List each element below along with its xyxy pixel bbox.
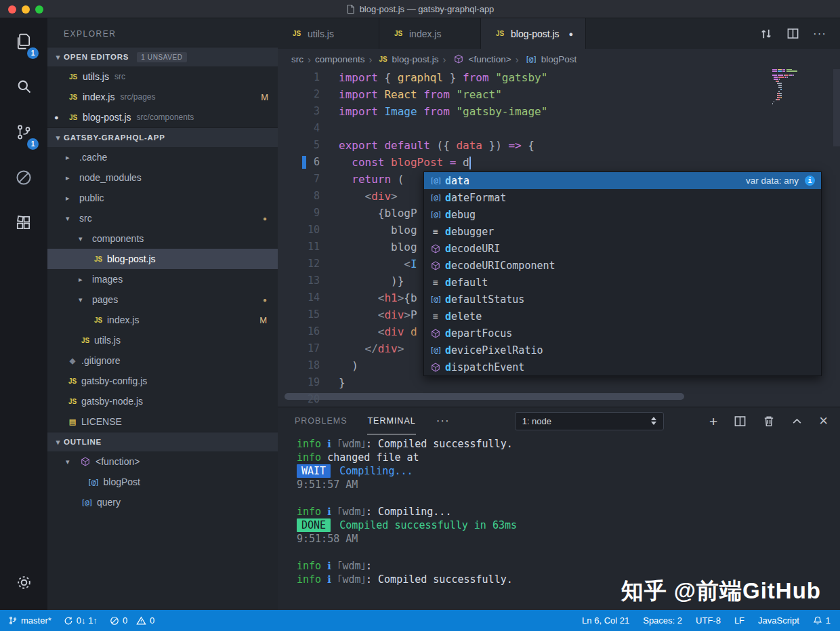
panel-more-icon[interactable]: ···	[436, 414, 450, 428]
tab-blog-post-js[interactable]: JSblog-post.js●	[481, 18, 586, 49]
tree-item-cache[interactable]: ▸.cache	[47, 147, 278, 167]
window-title: blog-post.js — gatsby-graphql-app	[360, 4, 495, 14]
encoding-item[interactable]: UTF-8	[696, 615, 721, 626]
code-line-4[interactable]: 4	[278, 120, 840, 137]
terminal-line: info ℹ ｢wdm｣: Compiling...	[297, 505, 840, 518]
breadcrumb-item-blog-post-js[interactable]: JSblog-post.js	[377, 54, 439, 64]
tree-item-images[interactable]: ▸images	[47, 269, 278, 289]
suggestion-debugger[interactable]: ≡debugger	[424, 223, 821, 240]
close-panel-button[interactable]: ×	[819, 413, 828, 428]
open-editors-header[interactable]: ▾ OPEN EDITORS 1 UNSAVED	[47, 47, 278, 66]
zoom-window-button[interactable]	[35, 5, 43, 14]
tree-item-src[interactable]: ▾src●	[47, 208, 278, 228]
tab-terminal[interactable]: TERMINAL	[367, 407, 415, 434]
git-branch-item[interactable]: master*	[8, 615, 51, 626]
terminal-text: info	[297, 438, 321, 450]
suggestion-defaultstatus[interactable]: [@]defaultStatus	[424, 291, 821, 308]
project-header[interactable]: ▾ GATSBY-GRAPHQL-APP	[47, 127, 278, 147]
tree-item-license[interactable]: ▤LICENSE	[47, 411, 278, 432]
code-line-19[interactable]: 19}	[278, 374, 840, 391]
status-left: master* 0↓ 1↑ 0 0	[0, 615, 154, 626]
problems-item[interactable]: 0 0	[110, 615, 154, 626]
source-control-view-button[interactable]: 1	[0, 109, 47, 155]
sync-item[interactable]: 0↓ 1↑	[64, 615, 98, 626]
compare-changes-icon[interactable]	[759, 27, 773, 41]
tree-item-pages[interactable]: ▾pages●	[47, 289, 278, 310]
vertical-scrollbar[interactable]	[833, 69, 840, 146]
terminal-select[interactable]: 1: node	[515, 412, 664, 430]
variable-icon: [@]	[427, 346, 444, 354]
explorer-view-button[interactable]: 1	[0, 18, 47, 64]
kill-terminal-button[interactable]	[763, 415, 775, 428]
item-label: components	[92, 233, 144, 244]
code-editor[interactable]: 1import { graphql } from "gatsby"2import…	[278, 69, 840, 407]
settings-button[interactable]	[0, 565, 47, 599]
split-editor-icon[interactable]	[786, 27, 799, 40]
debug-view-button[interactable]	[0, 155, 47, 200]
tab-index-js[interactable]: JSindex.js	[379, 18, 481, 49]
suggestion-delete[interactable]: ≡delete	[424, 308, 821, 325]
search-view-button[interactable]	[0, 64, 47, 109]
js-file-icon: JS	[392, 30, 405, 37]
open-editor-utils-js[interactable]: JSutils.jssrc	[47, 66, 278, 87]
info-icon[interactable]: i	[805, 176, 815, 186]
suggestion-default[interactable]: ≡default	[424, 274, 821, 291]
tree-item-blog-post-js[interactable]: JSblog-post.js	[47, 249, 278, 269]
suggestion-dateformat[interactable]: [@]dateFormat	[424, 189, 821, 206]
code-line-3[interactable]: 3import Image from "gatsby-image"	[278, 103, 840, 120]
breadcrumb-item-blogpost[interactable]: [@]blogPost	[523, 54, 577, 64]
editor-actions: ···	[759, 18, 840, 49]
breadcrumb-item-components[interactable]: components	[315, 54, 365, 64]
item-label: LICENSE	[81, 416, 122, 427]
breadcrumb-item-src[interactable]: src	[291, 54, 303, 64]
tree-item-gitignore[interactable]: ◆.gitignore	[47, 350, 278, 371]
tree-item-components[interactable]: ▾components	[47, 228, 278, 249]
indentation-item[interactable]: Spaces: 2	[643, 615, 682, 626]
tab-problems[interactable]: PROBLEMS	[295, 407, 347, 434]
code-token: }	[443, 71, 463, 84]
more-actions-icon[interactable]: ···	[813, 27, 826, 41]
sync-icon	[64, 616, 73, 626]
item-label: .cache	[79, 152, 107, 163]
suggestion-debug[interactable]: [@]debug	[424, 206, 821, 223]
open-editors-list: JSutils.jssrcJSindex.jssrc/pagesM●JSblog…	[47, 66, 278, 127]
tree-item-public[interactable]: ▸public	[47, 188, 278, 208]
outline-item-query[interactable]: [@]query	[47, 492, 278, 512]
minimize-window-button[interactable]	[22, 5, 30, 14]
tree-item-utils-js[interactable]: JSutils.js	[47, 330, 278, 350]
notifications-item[interactable]: 1	[813, 615, 831, 626]
suggestion-departfocus[interactable]: departFocus	[424, 325, 821, 342]
minimap[interactable]	[772, 69, 829, 107]
suggestion-decodeuri[interactable]: decodeURI	[424, 240, 821, 257]
split-terminal-button[interactable]	[734, 415, 747, 428]
maximize-panel-button[interactable]	[791, 415, 803, 427]
tree-item-index-js[interactable]: JSindex.jsM	[47, 310, 278, 330]
tree-item-gatsby-node-js[interactable]: JSgatsby-node.js	[47, 391, 278, 411]
code-line-2[interactable]: 2import React from "react"	[278, 86, 840, 103]
outline-item-function[interactable]: ▾<function>	[47, 451, 278, 472]
code-line-6[interactable]: 6 const blogPost = d	[278, 154, 840, 171]
code-line-1[interactable]: 1import { graphql } from "gatsby"	[278, 69, 840, 86]
tab-utils-js[interactable]: JSutils.js	[278, 18, 379, 49]
new-terminal-button[interactable]: +	[709, 414, 717, 428]
breadcrumb-item-function[interactable]: <function>	[450, 54, 511, 64]
code-line-5[interactable]: 5export default ({ data }) => {	[278, 137, 840, 154]
suggestion-dispatchevent[interactable]: dispatchEvent	[424, 359, 821, 375]
eol-item[interactable]: LF	[734, 615, 744, 626]
function-icon	[427, 363, 444, 372]
outline-item-blogpost[interactable]: [@]blogPost	[47, 472, 278, 492]
suggestion-data[interactable]: [@]datavar data: anyi	[424, 172, 821, 189]
open-editor-index-js[interactable]: JSindex.jssrc/pagesM	[47, 87, 278, 107]
open-editor-blog-post-js[interactable]: ●JSblog-post.jssrc/components	[47, 107, 278, 127]
titlebar: blog-post.js — gatsby-graphql-app	[0, 0, 840, 18]
extensions-view-button[interactable]	[0, 200, 47, 245]
language-item[interactable]: JavaScript	[758, 615, 799, 626]
close-window-button[interactable]	[8, 5, 16, 14]
horizontal-scrollbar[interactable]	[285, 393, 684, 400]
outline-header[interactable]: ▾ OUTLINE	[47, 432, 278, 451]
suggestion-devicepixelratio[interactable]: [@]devicePixelRatio	[424, 342, 821, 359]
tree-item-gatsby-config-js[interactable]: JSgatsby-config.js	[47, 371, 278, 391]
tree-item-node-modules[interactable]: ▸node_modules	[47, 167, 278, 188]
suggestion-decodeuricomponent[interactable]: decodeURIComponent	[424, 257, 821, 274]
cursor-position-item[interactable]: Ln 6, Col 21	[582, 615, 629, 626]
